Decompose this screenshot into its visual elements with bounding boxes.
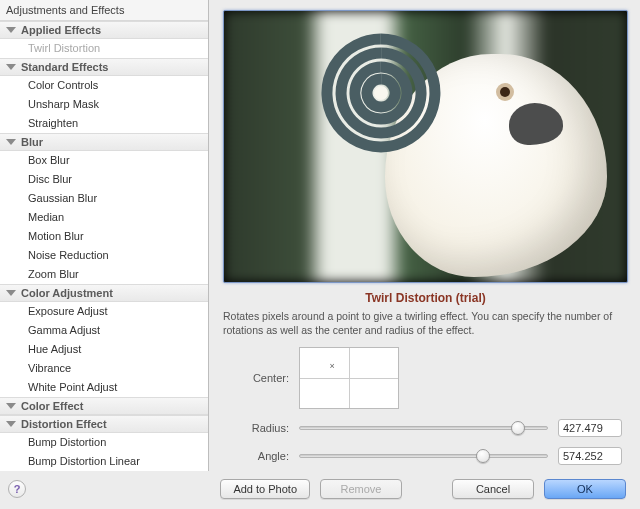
add-to-photo-button[interactable]: Add to Photo xyxy=(220,479,310,499)
sidebar-item[interactable]: Color Controls xyxy=(0,76,208,95)
sidebar-item[interactable]: Unsharp Mask xyxy=(0,95,208,114)
sidebar-item[interactable]: Bump Distortion xyxy=(0,433,208,452)
cancel-button[interactable]: Cancel xyxy=(452,479,534,499)
sidebar-item[interactable]: Vibrance xyxy=(0,359,208,378)
sidebar-item[interactable]: Exposure Adjust xyxy=(0,302,208,321)
dialog-button-bar: ? Add to Photo Remove Cancel OK xyxy=(0,471,640,509)
sidebar-category[interactable]: Applied Effects xyxy=(0,21,208,39)
center-label: Center: xyxy=(229,372,289,384)
effects-dialog: { "sidebar": { "title": "Adjustments and… xyxy=(0,0,640,509)
radius-value-field[interactable]: 427.479 xyxy=(558,419,622,437)
center-marker-icon: × xyxy=(329,361,334,371)
effects-sidebar: Adjustments and Effects Applied EffectsT… xyxy=(0,0,209,471)
twirl-overlay-icon xyxy=(321,33,441,153)
effect-preview[interactable] xyxy=(223,10,628,283)
sidebar-item[interactable]: Motion Blur xyxy=(0,227,208,246)
svg-point-0 xyxy=(374,86,388,100)
sidebar-item[interactable]: White Point Adjust xyxy=(0,378,208,397)
sidebar-list[interactable]: Applied EffectsTwirl DistortionStandard … xyxy=(0,21,208,471)
center-crosshair-input[interactable]: × xyxy=(299,347,399,409)
sidebar-item[interactable]: Bump Distortion Linear xyxy=(0,452,208,471)
radius-slider[interactable] xyxy=(299,420,548,436)
sidebar-category[interactable]: Distortion Effect xyxy=(0,415,208,433)
sidebar-item[interactable]: Median xyxy=(0,208,208,227)
sidebar-item[interactable]: Twirl Distortion xyxy=(0,39,208,58)
help-button[interactable]: ? xyxy=(8,480,26,498)
disclosure-triangle-icon xyxy=(6,139,16,145)
sidebar-item[interactable]: Box Blur xyxy=(0,151,208,170)
ok-button[interactable]: OK xyxy=(544,479,626,499)
sidebar-item[interactable]: Noise Reduction xyxy=(0,246,208,265)
sidebar-category-label: Distortion Effect xyxy=(21,418,107,430)
remove-button: Remove xyxy=(320,479,402,499)
disclosure-triangle-icon xyxy=(6,403,16,409)
angle-label: Angle: xyxy=(229,450,289,462)
angle-slider[interactable] xyxy=(299,448,548,464)
effect-title: Twirl Distortion (trial) xyxy=(223,291,628,305)
sidebar-item[interactable]: Gamma Adjust xyxy=(0,321,208,340)
sidebar-item[interactable]: Straighten xyxy=(0,114,208,133)
sidebar-category-label: Color Effect xyxy=(21,400,83,412)
disclosure-triangle-icon xyxy=(6,64,16,70)
sidebar-item[interactable]: Gaussian Blur xyxy=(0,189,208,208)
sidebar-item[interactable]: Zoom Blur xyxy=(0,265,208,284)
effect-description: Rotates pixels around a point to give a … xyxy=(223,309,628,337)
sidebar-item[interactable]: Hue Adjust xyxy=(0,340,208,359)
disclosure-triangle-icon xyxy=(6,421,16,427)
sidebar-category[interactable]: Standard Effects xyxy=(0,58,208,76)
sidebar-category-label: Blur xyxy=(21,136,43,148)
sidebar-category[interactable]: Blur xyxy=(0,133,208,151)
sidebar-category-label: Color Adjustment xyxy=(21,287,113,299)
main-pane: Twirl Distortion (trial) Rotates pixels … xyxy=(209,0,640,471)
disclosure-triangle-icon xyxy=(6,290,16,296)
sidebar-title: Adjustments and Effects xyxy=(0,0,208,21)
sidebar-category-label: Standard Effects xyxy=(21,61,108,73)
disclosure-triangle-icon xyxy=(6,27,16,33)
angle-value-field[interactable]: 574.252 xyxy=(558,447,622,465)
sidebar-category-label: Applied Effects xyxy=(21,24,101,36)
radius-label: Radius: xyxy=(229,422,289,434)
sidebar-category[interactable]: Color Effect xyxy=(0,397,208,415)
sidebar-category[interactable]: Color Adjustment xyxy=(0,284,208,302)
sidebar-item[interactable]: Disc Blur xyxy=(0,170,208,189)
